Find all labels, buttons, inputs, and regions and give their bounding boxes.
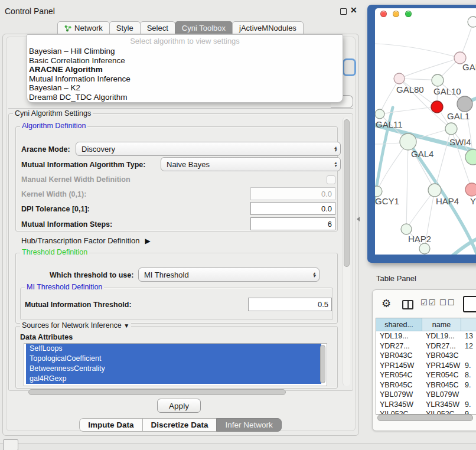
column-header-2[interactable] [461, 318, 476, 331]
network-node-swi4[interactable] [465, 149, 476, 165]
network-node-gal11[interactable] [375, 109, 384, 119]
settings-horizontal-scrollbar[interactable] [28, 389, 286, 395]
table-row[interactable]: YER054CYER054C8. [376, 370, 476, 380]
minimize-window-button[interactable] [393, 11, 399, 17]
table-cell: 13 [461, 331, 476, 341]
network-node[interactable] [419, 243, 430, 254]
network-node-gcy1[interactable] [375, 186, 382, 197]
column-layout-icon[interactable] [402, 300, 413, 309]
deselect-all-icon[interactable]: ☐☐ [439, 298, 455, 307]
bottom-tab-discretize-data[interactable]: Discretize Data [142, 418, 217, 432]
table-row[interactable]: YIL052CYIL052C9 [376, 409, 476, 415]
dropdown-item-dream8-dc-tdc-algorithm[interactable]: Dream8 DC_TDC Algorithm [29, 93, 341, 102]
column-header-name[interactable]: name [422, 318, 461, 331]
settings-vertical-scrollbar[interactable] [343, 117, 350, 386]
network-node[interactable] [431, 101, 443, 113]
node-label-swi4: SWI4 [449, 137, 471, 147]
panel-divider-handle[interactable] [357, 217, 360, 221]
kernel-width-field[interactable]: 0.0 [250, 187, 335, 200]
network-node-gal4[interactable] [400, 133, 416, 150]
dropdown-item-mutual-information-inference[interactable]: Mutual Information Inference [29, 74, 341, 84]
attribute-item-gal4rgexp[interactable]: gal4RGexp [26, 374, 321, 384]
select-all-icon[interactable]: ☑☑ [420, 298, 436, 307]
node-label-hap2: HAP2 [408, 234, 431, 244]
docked-panel-button[interactable] [3, 439, 18, 450]
tab-cyni-toolbox[interactable]: Cyni Toolbox [175, 21, 233, 35]
which-threshold-value: MI Threshold [144, 270, 189, 279]
table-horizontal-scrollbar[interactable] [376, 415, 476, 420]
close-panel-icon[interactable]: ✕ [350, 5, 357, 15]
mi-threshold-field[interactable]: 0.5 [248, 298, 332, 311]
table-rows: YDL19...YDL19...13YDR27...YDR27...12YBR0… [376, 331, 476, 415]
dropdown-item-aracne-algorithm[interactable]: ARACNE Algorithm [29, 65, 341, 74]
table-cell: 12 [461, 341, 476, 351]
mi-type-select[interactable]: Naive Bayes ▴▾ [161, 157, 341, 171]
table-cell: YPR145W [422, 361, 461, 371]
attribute-item-topologicalcoefficient[interactable]: TopologicalCoefficient [26, 354, 321, 364]
sources-group-title[interactable]: Sources for Network Inference ▼ [20, 322, 131, 330]
mi-threshold-group-title: MI Threshold Definition [25, 283, 104, 291]
tab-label: Cyni Toolbox [182, 24, 226, 32]
table-row[interactable]: YLR345WYLR345W9. [376, 400, 476, 410]
table-row[interactable]: YDR27...YDR27...12 [376, 341, 476, 351]
table-cell: YBR043C [422, 351, 461, 361]
scrollbar-thumb[interactable] [344, 119, 350, 267]
tab-style[interactable]: Style [109, 21, 141, 35]
network-node-gal10[interactable] [432, 74, 444, 86]
dpi-tolerance-field[interactable]: 0.0 [250, 202, 335, 215]
network-node[interactable] [468, 17, 476, 27]
which-threshold-select[interactable]: MI Threshold ▴▾ [138, 268, 319, 282]
column-header-shared[interactable]: shared... [376, 318, 422, 331]
table-row[interactable]: YDL19...YDL19...13 [376, 331, 476, 341]
network-node-y[interactable] [465, 183, 476, 196]
apply-button[interactable]: Apply [157, 399, 201, 413]
node-label-gal2: GAL2 [462, 62, 476, 72]
dropdown-item-bayesian-hill-climbing[interactable]: Bayesian – Hill Climbing [29, 47, 341, 56]
float-panel-icon[interactable] [340, 8, 347, 15]
mi-steps-field[interactable]: 6 [250, 217, 335, 230]
bottom-tab-impute-data[interactable]: Impute Data [79, 418, 142, 432]
table-row[interactable]: YBL079WYBL079W [376, 390, 476, 400]
network-node-gal80[interactable] [394, 73, 405, 84]
table-file-icon[interactable] [463, 296, 476, 312]
stepper-arrows-icon: ▴▾ [313, 272, 315, 278]
node-label-gal10: GAL10 [433, 86, 461, 96]
table-cell: YDR27... [422, 341, 461, 351]
network-view-window[interactable]: GAL2GAL80GAL10GAL1GAL11SWI4GAL4GCY1HAP4Y… [375, 8, 476, 255]
attribute-item-selfloops[interactable]: SelfLoops [26, 344, 321, 354]
tab-select[interactable]: Select [140, 21, 175, 35]
manual-kernel-label: Manual Kernel Width Definition [21, 175, 131, 184]
network-icon [64, 25, 71, 32]
attribute-item-betweennesscentrality[interactable]: BetweennessCentrality [26, 364, 321, 374]
zoom-window-button[interactable] [405, 11, 412, 17]
table-row[interactable]: YPR145WYPR145W9. [376, 361, 476, 371]
table-cell: YBR045C [422, 380, 461, 390]
tab-jactivemnodules[interactable]: jActiveMNodules [232, 21, 304, 35]
network-node-hap4[interactable] [428, 184, 441, 197]
table-scrollbar-thumb[interactable] [377, 415, 473, 421]
dropdown-item-bayesian-k2[interactable]: Bayesian – K2 [29, 83, 341, 93]
close-window-button[interactable] [380, 11, 387, 17]
collapse-arrow-icon: ▼ [123, 322, 129, 329]
data-attributes-list[interactable]: SelfLoopsTopologicalCoefficientBetweenne… [24, 343, 327, 386]
settings-gear-icon[interactable]: ⚙ [382, 297, 391, 310]
network-node-gal1[interactable] [445, 123, 457, 135]
algorithm-combo-button[interactable] [343, 58, 356, 76]
panel-title: Control Panel [5, 6, 55, 16]
list-scrollbar-thumb[interactable] [320, 345, 325, 383]
algorithm-dropdown-popup: Select algorithm to view settings Bayesi… [27, 34, 343, 103]
node-label-gal1: GAL1 [447, 111, 470, 121]
aracne-mode-select[interactable]: Discovery ▴▾ [76, 142, 341, 156]
table-cell: YIL052C [422, 409, 461, 415]
dropdown-item-basic-correlation-inference[interactable]: Basic Correlation Inference [29, 56, 341, 66]
network-node-hap2[interactable] [401, 224, 412, 234]
manual-kernel-checkbox[interactable] [327, 175, 335, 184]
hub-definition-expander[interactable]: Hub/Transcription Factor Definition ▶ [21, 236, 151, 245]
table-row[interactable]: YBR043CYBR043C [376, 351, 476, 361]
tab-network[interactable]: Network [57, 21, 110, 35]
node-label-gcy1: GCY1 [375, 196, 399, 206]
table-row[interactable]: YBR045CYBR045C9. [376, 380, 476, 390]
network-node[interactable] [457, 96, 472, 112]
table-header-row: shared...name [376, 318, 476, 331]
bottom-tab-infer-network[interactable]: Infer Network [216, 418, 281, 432]
